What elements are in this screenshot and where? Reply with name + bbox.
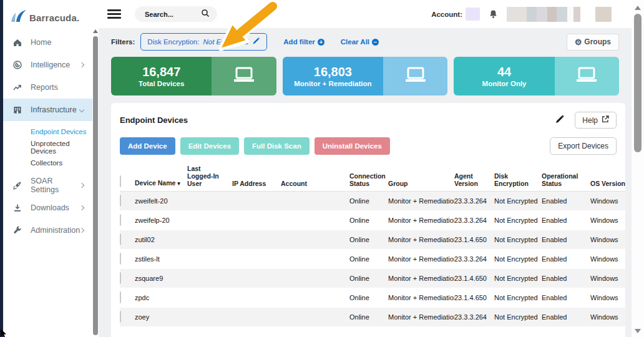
filter-chip-disk-encryption[interactable]: Disk Encryption: Not Encrypted — [140, 33, 267, 51]
edit-pencil-icon[interactable] — [252, 36, 260, 47]
row-checkbox[interactable] — [120, 195, 121, 207]
laptop-icon — [575, 66, 598, 86]
sidebar-item-endpoint-devices[interactable]: Endpoint Devices — [3, 124, 92, 139]
cell-device-name[interactable]: zoey — [135, 313, 187, 321]
brand[interactable]: Barracuda. — [3, 0, 92, 27]
cell-operational-status: Enabled — [542, 236, 590, 243]
edit-pencil-icon[interactable] — [555, 114, 565, 127]
page-scrollbar[interactable] — [632, 0, 644, 337]
edit-devices-button[interactable]: Edit Devices — [180, 137, 239, 155]
filters-label: Filters: — [111, 38, 135, 46]
app-window: Barracuda. Home Intelligence — [0, 0, 644, 337]
cell-agent-version: 23.1.4.650 — [454, 275, 494, 282]
user-avatar-redacted[interactable] — [595, 7, 612, 22]
table-row[interactable]: zutil02 Online Monitor + Remediation 23.… — [120, 230, 625, 250]
search-input[interactable] — [145, 11, 201, 18]
download-icon — [12, 203, 22, 213]
row-checkbox[interactable] — [120, 253, 121, 265]
page-scrollbar-thumb[interactable] — [634, 14, 642, 152]
cell-disk-encryption: Not Encrypted — [494, 313, 542, 321]
search-box[interactable] — [135, 6, 217, 22]
table-row[interactable]: zoey Online Monitor + Remediation 23.3.3… — [120, 308, 625, 327]
sidebar-item-intelligence[interactable]: Intelligence — [3, 54, 92, 76]
cell-device-name[interactable]: zweifelp-20 — [135, 217, 187, 224]
scroll-down-icon[interactable] — [635, 329, 641, 333]
sidebar-item-unprotected-devices[interactable]: Unprotected Devices — [3, 139, 92, 155]
groups-button[interactable]: ⚙ Groups — [567, 34, 619, 51]
sidebar-item-collectors[interactable]: Collectors — [3, 155, 92, 170]
search-icon[interactable] — [201, 9, 210, 20]
laptop-icon — [232, 66, 256, 86]
clear-all-button[interactable]: Clear All − — [341, 38, 379, 46]
table-row[interactable]: zsquare9 Online Monitor + Remediation 23… — [120, 269, 625, 288]
stat-label: Monitor Only — [482, 80, 527, 87]
col-ip-address[interactable]: IP Address — [232, 180, 281, 187]
row-checkbox[interactable] — [120, 214, 121, 226]
stat-card-total-devices[interactable]: 16,847 Total Devices — [111, 57, 276, 95]
sidebar-item-downloads[interactable]: Downloads — [3, 197, 92, 219]
sidebar-item-soar-settings[interactable]: SOAR Settings — [3, 174, 92, 197]
cell-group: Monitor + Remediation — [388, 197, 454, 205]
uninstall-devices-button[interactable]: Uninstall Devices — [315, 137, 390, 155]
cell-operational-status: Enabled — [542, 197, 590, 205]
col-disk-encryption[interactable]: Disk Encryption — [494, 172, 542, 187]
col-agent-version[interactable]: Agent Version — [454, 172, 494, 187]
main-content: Filters: Disk Encryption: Not Encrypted … — [99, 28, 632, 337]
col-last-logged-in-user[interactable]: Last Logged-In User — [187, 165, 232, 187]
sidebar-item-reports[interactable]: Reports — [3, 76, 92, 99]
table-row[interactable]: zweifelp-20 Online Monitor + Remediation… — [120, 211, 625, 230]
account-label: Account: — [431, 11, 462, 18]
col-operational-status[interactable]: Operational Status — [542, 172, 590, 187]
cell-connection-status: Online — [349, 255, 388, 263]
sidebar-item-infrastructure[interactable]: Infrastructure — [3, 99, 92, 121]
add-filter-label: Add filter — [283, 38, 315, 46]
row-checkbox[interactable] — [120, 272, 121, 284]
row-checkbox[interactable] — [120, 291, 121, 303]
stat-cards: 16,847 Total Devices 16,803 Monitor + Re… — [99, 56, 632, 95]
cell-disk-encryption: Not Encrypted — [494, 236, 542, 243]
chevron-down-icon — [79, 107, 84, 112]
menu-icon[interactable] — [107, 7, 121, 21]
cell-device-name[interactable]: zpdc — [135, 294, 187, 301]
table-row[interactable]: zpdc Online Monitor + Remediation 23.1.4… — [120, 288, 625, 308]
wrench-icon — [12, 225, 22, 236]
cell-device-name[interactable]: zutil02 — [135, 236, 187, 243]
sidebar-scrollbar-thumb[interactable] — [93, 36, 98, 335]
cell-group: Monitor + Remediation — [388, 294, 454, 301]
row-checkbox[interactable] — [120, 311, 121, 323]
add-filter-button[interactable]: Add filter + — [283, 38, 324, 46]
export-devices-button[interactable]: Export Devices — [550, 137, 617, 155]
cell-agent-version: 23.1.4.650 — [454, 236, 494, 243]
filter-chip-value: Not Encrypted — [203, 38, 248, 46]
cell-device-name[interactable]: zstiles-lt — [135, 255, 187, 263]
full-disk-scan-button[interactable]: Full Disk Scan — [244, 137, 310, 155]
help-button[interactable]: Help — [575, 112, 617, 129]
table-row[interactable]: zstiles-lt Online Monitor + Remediation … — [120, 250, 625, 269]
stat-card-monitor-remediation[interactable]: 16,803 Monitor + Remediation — [283, 57, 448, 95]
home-icon — [12, 37, 22, 48]
col-os-version[interactable]: OS Version — [590, 180, 625, 187]
scroll-up-icon[interactable] — [635, 6, 641, 10]
cell-device-name[interactable]: zsquare9 — [135, 275, 187, 282]
row-checkbox[interactable] — [120, 233, 121, 245]
account-value-redacted[interactable] — [466, 7, 480, 21]
cell-operational-status: Enabled — [542, 217, 590, 224]
cell-os-version: Windows — [590, 294, 625, 301]
chevron-right-icon — [79, 205, 84, 210]
table-row[interactable]: zweifelt-20 Online Monitor + Remediation… — [120, 192, 625, 211]
rocket-icon — [12, 180, 22, 191]
col-device-name[interactable]: Device Name ▾ — [135, 179, 187, 187]
notifications-bell-icon[interactable] — [489, 9, 498, 19]
cell-device-name[interactable]: zweifelt-20 — [135, 197, 187, 205]
select-all-checkbox[interactable] — [120, 175, 121, 187]
cell-os-version: Windows — [590, 197, 625, 205]
stat-card-monitor-only[interactable]: 44 Monitor Only — [454, 57, 619, 95]
sidebar-scrollbar[interactable] — [92, 0, 99, 337]
add-device-button[interactable]: Add Device — [120, 137, 175, 155]
col-account[interactable]: Account — [281, 180, 349, 187]
sidebar-item-home[interactable]: Home — [3, 31, 92, 54]
col-connection-status[interactable]: Connection Status — [349, 172, 388, 187]
scroll-up-icon[interactable] — [93, 29, 98, 33]
col-group[interactable]: Group — [388, 180, 454, 187]
sidebar-item-administration[interactable]: Administration — [3, 219, 92, 242]
